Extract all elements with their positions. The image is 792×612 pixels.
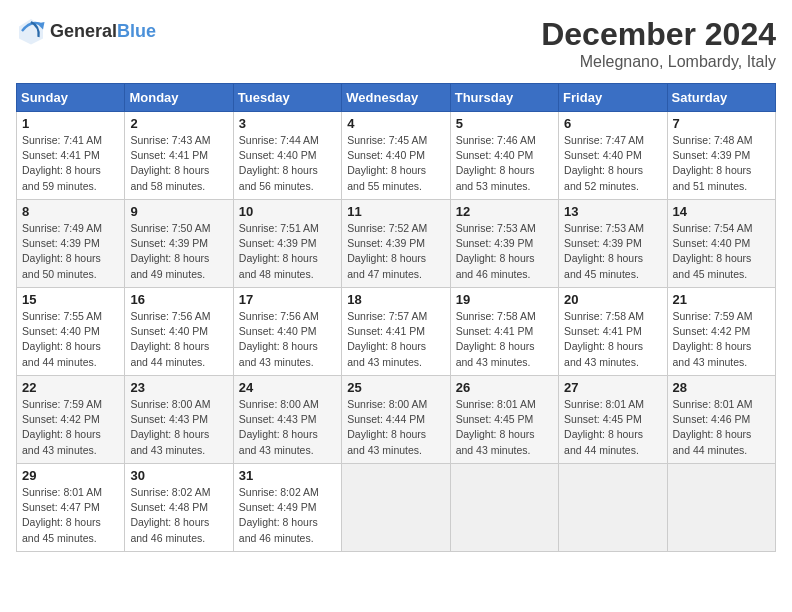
day-detail: Sunrise: 7:57 AM Sunset: 4:41 PM Dayligh… <box>347 309 444 370</box>
calendar-cell: 27 Sunrise: 8:01 AM Sunset: 4:45 PM Dayl… <box>559 376 667 464</box>
weekday-header-tuesday: Tuesday <box>233 84 341 112</box>
day-number: 3 <box>239 116 336 131</box>
day-detail: Sunrise: 7:54 AM Sunset: 4:40 PM Dayligh… <box>673 221 770 282</box>
day-detail: Sunrise: 8:01 AM Sunset: 4:47 PM Dayligh… <box>22 485 119 546</box>
calendar-cell: 10 Sunrise: 7:51 AM Sunset: 4:39 PM Dayl… <box>233 200 341 288</box>
day-detail: Sunrise: 7:59 AM Sunset: 4:42 PM Dayligh… <box>22 397 119 458</box>
day-detail: Sunrise: 7:55 AM Sunset: 4:40 PM Dayligh… <box>22 309 119 370</box>
day-detail: Sunrise: 7:53 AM Sunset: 4:39 PM Dayligh… <box>456 221 553 282</box>
day-number: 7 <box>673 116 770 131</box>
day-detail: Sunrise: 8:01 AM Sunset: 4:46 PM Dayligh… <box>673 397 770 458</box>
day-number: 19 <box>456 292 553 307</box>
calendar-cell: 23 Sunrise: 8:00 AM Sunset: 4:43 PM Dayl… <box>125 376 233 464</box>
day-number: 11 <box>347 204 444 219</box>
calendar-cell: 17 Sunrise: 7:56 AM Sunset: 4:40 PM Dayl… <box>233 288 341 376</box>
day-detail: Sunrise: 7:44 AM Sunset: 4:40 PM Dayligh… <box>239 133 336 194</box>
calendar-cell: 31 Sunrise: 8:02 AM Sunset: 4:49 PM Dayl… <box>233 464 341 552</box>
day-detail: Sunrise: 7:41 AM Sunset: 4:41 PM Dayligh… <box>22 133 119 194</box>
calendar-cell: 4 Sunrise: 7:45 AM Sunset: 4:40 PM Dayli… <box>342 112 450 200</box>
day-number: 25 <box>347 380 444 395</box>
calendar-cell: 1 Sunrise: 7:41 AM Sunset: 4:41 PM Dayli… <box>17 112 125 200</box>
day-number: 31 <box>239 468 336 483</box>
day-number: 6 <box>564 116 661 131</box>
day-number: 4 <box>347 116 444 131</box>
weekday-header-saturday: Saturday <box>667 84 775 112</box>
day-number: 10 <box>239 204 336 219</box>
day-detail: Sunrise: 7:56 AM Sunset: 4:40 PM Dayligh… <box>130 309 227 370</box>
logo-general: General <box>50 21 117 41</box>
day-number: 13 <box>564 204 661 219</box>
day-number: 15 <box>22 292 119 307</box>
weekday-header-sunday: Sunday <box>17 84 125 112</box>
calendar: SundayMondayTuesdayWednesdayThursdayFrid… <box>16 83 776 552</box>
day-detail: Sunrise: 7:51 AM Sunset: 4:39 PM Dayligh… <box>239 221 336 282</box>
day-detail: Sunrise: 7:59 AM Sunset: 4:42 PM Dayligh… <box>673 309 770 370</box>
day-number: 17 <box>239 292 336 307</box>
day-number: 2 <box>130 116 227 131</box>
calendar-cell: 28 Sunrise: 8:01 AM Sunset: 4:46 PM Dayl… <box>667 376 775 464</box>
day-number: 24 <box>239 380 336 395</box>
day-number: 18 <box>347 292 444 307</box>
calendar-cell <box>450 464 558 552</box>
day-number: 20 <box>564 292 661 307</box>
calendar-cell: 20 Sunrise: 7:58 AM Sunset: 4:41 PM Dayl… <box>559 288 667 376</box>
calendar-cell: 12 Sunrise: 7:53 AM Sunset: 4:39 PM Dayl… <box>450 200 558 288</box>
day-detail: Sunrise: 7:53 AM Sunset: 4:39 PM Dayligh… <box>564 221 661 282</box>
day-number: 1 <box>22 116 119 131</box>
calendar-cell: 21 Sunrise: 7:59 AM Sunset: 4:42 PM Dayl… <box>667 288 775 376</box>
weekday-header-wednesday: Wednesday <box>342 84 450 112</box>
day-number: 29 <box>22 468 119 483</box>
calendar-cell: 15 Sunrise: 7:55 AM Sunset: 4:40 PM Dayl… <box>17 288 125 376</box>
calendar-cell: 14 Sunrise: 7:54 AM Sunset: 4:40 PM Dayl… <box>667 200 775 288</box>
day-number: 16 <box>130 292 227 307</box>
calendar-cell <box>559 464 667 552</box>
day-detail: Sunrise: 8:01 AM Sunset: 4:45 PM Dayligh… <box>456 397 553 458</box>
location-title: Melegnano, Lombardy, Italy <box>541 53 776 71</box>
day-detail: Sunrise: 7:46 AM Sunset: 4:40 PM Dayligh… <box>456 133 553 194</box>
calendar-cell <box>342 464 450 552</box>
logo: GeneralBlue <box>16 16 156 46</box>
calendar-cell: 29 Sunrise: 8:01 AM Sunset: 4:47 PM Dayl… <box>17 464 125 552</box>
day-number: 21 <box>673 292 770 307</box>
weekday-header-monday: Monday <box>125 84 233 112</box>
month-title: December 2024 <box>541 16 776 53</box>
day-number: 27 <box>564 380 661 395</box>
day-detail: Sunrise: 7:50 AM Sunset: 4:39 PM Dayligh… <box>130 221 227 282</box>
day-number: 9 <box>130 204 227 219</box>
calendar-cell: 22 Sunrise: 7:59 AM Sunset: 4:42 PM Dayl… <box>17 376 125 464</box>
day-detail: Sunrise: 7:48 AM Sunset: 4:39 PM Dayligh… <box>673 133 770 194</box>
day-detail: Sunrise: 7:58 AM Sunset: 4:41 PM Dayligh… <box>456 309 553 370</box>
calendar-cell: 19 Sunrise: 7:58 AM Sunset: 4:41 PM Dayl… <box>450 288 558 376</box>
day-detail: Sunrise: 8:02 AM Sunset: 4:48 PM Dayligh… <box>130 485 227 546</box>
day-number: 30 <box>130 468 227 483</box>
calendar-cell: 8 Sunrise: 7:49 AM Sunset: 4:39 PM Dayli… <box>17 200 125 288</box>
day-detail: Sunrise: 7:58 AM Sunset: 4:41 PM Dayligh… <box>564 309 661 370</box>
weekday-header-thursday: Thursday <box>450 84 558 112</box>
calendar-cell: 2 Sunrise: 7:43 AM Sunset: 4:41 PM Dayli… <box>125 112 233 200</box>
day-detail: Sunrise: 7:52 AM Sunset: 4:39 PM Dayligh… <box>347 221 444 282</box>
calendar-cell: 25 Sunrise: 8:00 AM Sunset: 4:44 PM Dayl… <box>342 376 450 464</box>
day-detail: Sunrise: 8:01 AM Sunset: 4:45 PM Dayligh… <box>564 397 661 458</box>
day-detail: Sunrise: 8:02 AM Sunset: 4:49 PM Dayligh… <box>239 485 336 546</box>
day-detail: Sunrise: 7:56 AM Sunset: 4:40 PM Dayligh… <box>239 309 336 370</box>
calendar-cell: 16 Sunrise: 7:56 AM Sunset: 4:40 PM Dayl… <box>125 288 233 376</box>
logo-blue: Blue <box>117 21 156 41</box>
calendar-cell: 24 Sunrise: 8:00 AM Sunset: 4:43 PM Dayl… <box>233 376 341 464</box>
calendar-cell: 7 Sunrise: 7:48 AM Sunset: 4:39 PM Dayli… <box>667 112 775 200</box>
weekday-header-friday: Friday <box>559 84 667 112</box>
calendar-cell: 5 Sunrise: 7:46 AM Sunset: 4:40 PM Dayli… <box>450 112 558 200</box>
day-number: 14 <box>673 204 770 219</box>
day-number: 23 <box>130 380 227 395</box>
title-block: December 2024 Melegnano, Lombardy, Italy <box>541 16 776 71</box>
calendar-cell: 18 Sunrise: 7:57 AM Sunset: 4:41 PM Dayl… <box>342 288 450 376</box>
day-number: 8 <box>22 204 119 219</box>
calendar-cell: 6 Sunrise: 7:47 AM Sunset: 4:40 PM Dayli… <box>559 112 667 200</box>
calendar-cell: 9 Sunrise: 7:50 AM Sunset: 4:39 PM Dayli… <box>125 200 233 288</box>
calendar-cell <box>667 464 775 552</box>
calendar-cell: 3 Sunrise: 7:44 AM Sunset: 4:40 PM Dayli… <box>233 112 341 200</box>
day-number: 12 <box>456 204 553 219</box>
general-blue-icon <box>16 16 46 46</box>
day-detail: Sunrise: 7:47 AM Sunset: 4:40 PM Dayligh… <box>564 133 661 194</box>
calendar-cell: 30 Sunrise: 8:02 AM Sunset: 4:48 PM Dayl… <box>125 464 233 552</box>
day-detail: Sunrise: 8:00 AM Sunset: 4:43 PM Dayligh… <box>239 397 336 458</box>
